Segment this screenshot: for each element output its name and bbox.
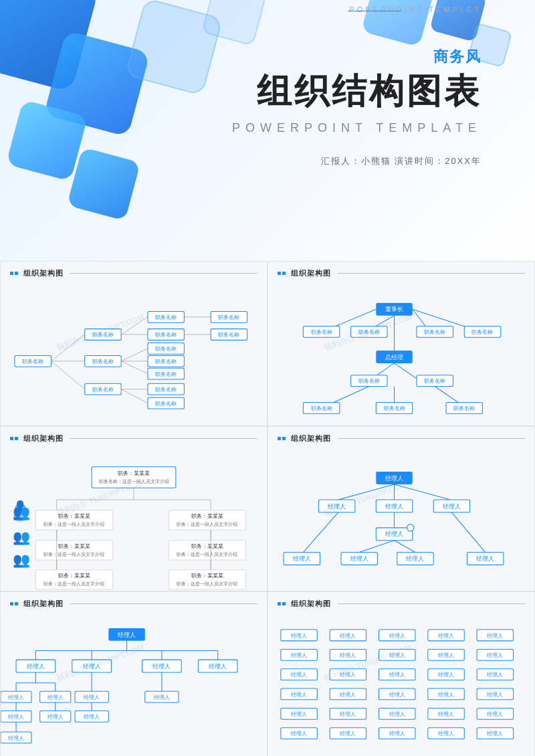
svg-text:经理人: 经理人	[385, 475, 403, 482]
svg-text:经理人: 经理人	[438, 731, 454, 737]
svg-text:经理人: 经理人	[389, 692, 405, 698]
slide-6-title-line	[338, 603, 525, 604]
svg-text:经理人: 经理人	[291, 652, 307, 658]
svg-text:经理人: 经理人	[340, 731, 356, 737]
slide-4-svg: 经理人 经理人 经理人 经理人 经理人 经理人	[268, 448, 534, 591]
svg-text:职务：这是一段人员文字介绍: 职务：这是一段人员文字介绍	[43, 551, 104, 557]
slide-2-svg: 董事长 职务名称 职务名称 职务名称 职务名称 总经理	[268, 282, 534, 426]
svg-text:经理人: 经理人	[340, 633, 356, 639]
svg-text:👥: 👥	[13, 504, 31, 521]
slide-4: 组织架构图 福利办公 TUKUPPT.COM 经理人 经理人 经理人 经理人 经…	[268, 426, 535, 591]
svg-text:职务名称: 职务名称	[311, 405, 332, 411]
slide-3-header: 组织架构图	[1, 427, 267, 448]
svg-text:职务名称：这是一段人员文字介绍: 职务名称：这是一段人员文字介绍	[99, 478, 169, 484]
slide-3-header-icon	[10, 434, 19, 444]
slide-6-header-icon	[278, 599, 287, 609]
svg-text:经理人: 经理人	[389, 711, 405, 717]
svg-text:经理人: 经理人	[291, 711, 307, 717]
slide-5-svg: 经理人 经理人 经理人 经理人 经理人 经理人 经理人	[1, 613, 267, 756]
svg-text:经理人: 经理人	[350, 555, 368, 562]
slide-5-title: 组织架构图	[23, 599, 64, 609]
slide-6-header: 组织架构图	[268, 592, 534, 613]
svg-line-23	[51, 361, 84, 389]
slide-4-header: 组织架构图	[268, 427, 534, 448]
svg-text:经理人: 经理人	[47, 694, 64, 700]
slide-4-header-icon	[278, 434, 287, 444]
svg-text:职务名称: 职务名称	[311, 329, 332, 335]
hero-meta: 汇报人：小熊猫 演讲时间：20XX年	[232, 155, 481, 167]
svg-text:经理人: 经理人	[340, 652, 356, 658]
svg-text:经理人: 经理人	[8, 714, 24, 720]
svg-text:职务名称: 职务名称	[155, 401, 177, 407]
svg-text:职务名称: 职务名称	[155, 371, 177, 377]
svg-text:经理人: 经理人	[340, 672, 356, 678]
slide-3-title: 组织架构图	[23, 434, 64, 444]
hero-line	[348, 11, 401, 11]
slide-6-svg: 经理人 经理人 经理人 经理人 经理人 经理人 经理人 经理人 经理人 经理人 …	[268, 613, 534, 756]
svg-line-14	[121, 349, 148, 361]
svg-text:职务名称: 职务名称	[424, 329, 445, 335]
svg-text:经理人: 经理人	[47, 714, 64, 720]
slide-1: 组织架构图 福利办公 TUKUPPT.COM 职务名称 职务名称 职务名称 职务…	[0, 261, 268, 426]
svg-text:经理人: 经理人	[406, 555, 424, 562]
svg-text:经理人: 经理人	[476, 555, 494, 562]
svg-text:职务名称: 职务名称	[358, 378, 380, 384]
svg-text:经理人: 经理人	[487, 711, 503, 717]
svg-text:经理人: 经理人	[154, 694, 170, 700]
svg-text:经理人: 经理人	[340, 692, 356, 698]
svg-text:经理人: 经理人	[487, 633, 503, 639]
svg-text:职务名称: 职务名称	[155, 359, 177, 365]
slide-3: 组织架构图 福利办公 TUKUPPT.COM 职务：某某某 职务名称：这是一段人…	[0, 426, 268, 591]
svg-text:职务名称: 职务名称	[22, 359, 43, 365]
slide-4-title: 组织架构图	[291, 434, 331, 444]
hero-en-title: POWERPOINT TEMPLATE	[232, 121, 481, 135]
svg-text:职务名称: 职务名称	[471, 329, 493, 335]
svg-text:经理人: 经理人	[8, 694, 24, 700]
svg-line-124	[395, 541, 415, 553]
slide-3-title-line	[70, 438, 257, 439]
slide-2-title: 组织架构图	[291, 268, 331, 278]
bg-shape-4	[67, 147, 140, 221]
svg-point-121	[407, 525, 413, 531]
svg-text:职务：这是一段人员文字介绍: 职务：这是一段人员文字介绍	[177, 581, 237, 587]
svg-text:经理人: 经理人	[385, 503, 403, 510]
svg-text:经理人: 经理人	[487, 672, 503, 678]
svg-text:职务名称: 职务名称	[453, 405, 475, 411]
svg-text:职务名称: 职务名称	[155, 314, 177, 320]
slides-grid: 组织架构图 福利办公 TUKUPPT.COM 职务名称 职务名称 职务名称 职务…	[0, 261, 535, 756]
slide-6-title: 组织架构图	[291, 599, 331, 609]
svg-text:职务：这是一段人员文字介绍: 职务：这是一段人员文字介绍	[43, 521, 104, 527]
svg-line-2	[51, 335, 84, 361]
svg-text:董事长: 董事长	[385, 306, 403, 312]
svg-text:职务：某某某: 职务：某某某	[191, 513, 223, 519]
slide-header-icon	[10, 269, 19, 278]
svg-text:职务：某某某: 职务：某某某	[191, 543, 223, 549]
svg-text:经理人: 经理人	[389, 652, 405, 658]
svg-text:经理人: 经理人	[8, 735, 24, 741]
svg-line-58	[395, 363, 419, 380]
svg-text:职务：某某某: 职务：某某某	[58, 543, 90, 549]
svg-text:经理人: 经理人	[487, 692, 503, 698]
slide-2: 组织架构图 福利办公 TUKUPPT.COM 董事长 职务名称 职务名称 职务名…	[268, 261, 535, 426]
svg-text:经理人: 经理人	[293, 555, 311, 562]
svg-text:经理人: 经理人	[438, 652, 454, 658]
svg-text:经理人: 经理人	[389, 672, 405, 678]
svg-text:经理人: 经理人	[27, 663, 45, 670]
hero-watermark: POPERPOINT TEMPLET	[349, 5, 481, 13]
svg-text:职务名称: 职务名称	[155, 332, 177, 338]
svg-text:职务：某某某: 职务：某某某	[118, 470, 150, 476]
svg-text:经理人: 经理人	[438, 711, 454, 717]
slide-2-header: 组织架构图	[268, 262, 534, 282]
svg-text:经理人: 经理人	[84, 714, 100, 720]
svg-text:经理人: 经理人	[389, 633, 405, 639]
slide-1-svg: 职务名称 职务名称 职务名称 职务名称 职务名称 职务名称 职务名称	[1, 282, 267, 426]
svg-text:经理人: 经理人	[152, 663, 171, 670]
svg-text:职务名称: 职务名称	[155, 387, 177, 393]
svg-text:经理人: 经理人	[291, 672, 307, 678]
svg-text:经理人: 经理人	[83, 663, 101, 670]
svg-text:总经理: 总经理	[385, 354, 403, 361]
svg-text:经理人: 经理人	[291, 731, 307, 737]
svg-text:职务：这是一段人员文字介绍: 职务：这是一段人员文字介绍	[177, 521, 237, 527]
svg-text:经理人: 经理人	[340, 711, 356, 717]
svg-line-5	[121, 317, 148, 335]
